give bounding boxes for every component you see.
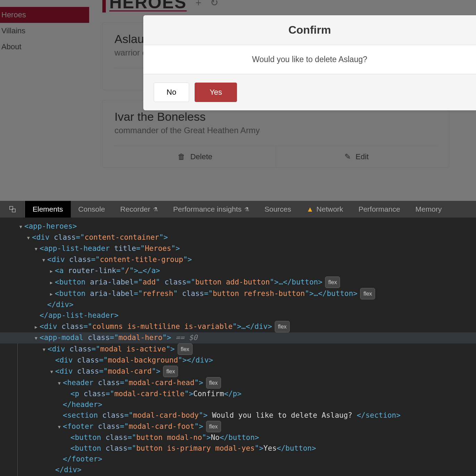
dom-tree[interactable]: ▼<app-heroes> ▼<div class="content-conta… xyxy=(0,218,476,476)
tab-console[interactable]: Console xyxy=(71,201,113,218)
flex-badge: flex xyxy=(206,377,221,389)
modal-footer: No Yes xyxy=(143,74,476,110)
modal-title: Confirm xyxy=(143,24,476,36)
hero-desc: commander of the Great Heathen Army xyxy=(114,126,437,135)
flex-badge: flex xyxy=(206,421,221,432)
tab-elements[interactable]: Elements xyxy=(25,201,71,218)
devtools-panel: Elements Console Recorder⚗ Performance i… xyxy=(0,201,476,476)
page-title[interactable]: HEROES xyxy=(102,0,187,12)
confirm-modal: Confirm Would you like to delete Aslaug?… xyxy=(143,15,476,110)
flex-badge: flex xyxy=(275,321,290,332)
sidebar-item-villains[interactable]: Villains xyxy=(0,23,89,39)
inspect-icon[interactable] xyxy=(0,201,25,218)
flex-badge: flex xyxy=(325,277,340,288)
flex-badge: flex xyxy=(360,288,375,299)
title-group: HEROES ＋ ↻ xyxy=(102,0,476,12)
modal-body: Would you like to delete Aslaug? xyxy=(143,45,476,74)
flex-badge: flex xyxy=(178,343,193,355)
hero-name: Ivar the Boneless xyxy=(114,110,437,124)
flask-icon: ⚗ xyxy=(244,206,249,213)
modal-header: Confirm xyxy=(143,15,476,45)
tab-recorder[interactable]: Recorder⚗ xyxy=(113,201,165,218)
sidebar: Heroes Villains About xyxy=(0,0,89,55)
tab-performance[interactable]: Performance xyxy=(351,201,408,218)
modal-yes-button[interactable]: Yes xyxy=(195,83,237,102)
add-icon[interactable]: ＋ xyxy=(194,0,203,9)
modal-no-button[interactable]: No xyxy=(154,83,189,102)
edit-icon: ✎ xyxy=(345,152,351,161)
trash-icon: 🗑 xyxy=(178,152,185,161)
sidebar-item-about[interactable]: About xyxy=(0,39,89,55)
tab-sources[interactable]: Sources xyxy=(257,201,299,218)
app-area: Heroes Villains About HEROES ＋ ↻ Aslaug … xyxy=(0,0,476,201)
edit-button[interactable]: ✎ Edit xyxy=(276,146,437,168)
selected-dom-row[interactable]: ▼<app-modal class="modal-hero"> == $0 xyxy=(0,332,476,343)
devtools-tabs: Elements Console Recorder⚗ Performance i… xyxy=(0,201,476,218)
tab-network[interactable]: ▲Network xyxy=(299,201,351,218)
refresh-icon[interactable]: ↻ xyxy=(210,0,218,8)
tab-memory[interactable]: Memory xyxy=(408,201,449,218)
delete-button[interactable]: 🗑 Delete xyxy=(114,146,276,168)
warning-icon: ▲ xyxy=(306,205,314,213)
tab-perf-insights[interactable]: Performance insights⚗ xyxy=(165,201,257,218)
flask-icon: ⚗ xyxy=(153,206,158,213)
flex-badge: flex xyxy=(163,366,178,377)
sidebar-item-heroes[interactable]: Heroes xyxy=(0,7,89,23)
